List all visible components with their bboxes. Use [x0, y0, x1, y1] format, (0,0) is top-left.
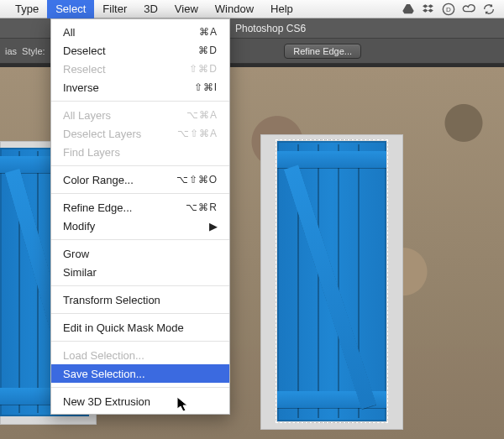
menu-item-shortcut: ⌘A — [199, 26, 218, 38]
menu-item-label: Inverse — [63, 81, 99, 94]
menu-help[interactable]: Help — [262, 0, 302, 18]
menu-type[interactable]: Type — [7, 0, 47, 18]
menu-item-shortcut: ⌘D — [198, 44, 218, 56]
menu-item-label: All Layers — [63, 109, 111, 122]
creative-cloud-icon[interactable] — [462, 3, 475, 16]
menu-item-refine-edge[interactable]: Refine Edge...⌥⌘R — [51, 198, 229, 217]
sync-icon[interactable] — [482, 3, 496, 16]
menu-item-shortcut: ⇧⌘I — [194, 81, 218, 93]
googledrive-icon[interactable] — [402, 3, 415, 16]
menu-item-label: Load Selection... — [63, 349, 144, 362]
select-menu-dropdown: All⌘ADeselect⌘DReselect⇧⌘DInverse⇧⌘IAll … — [50, 18, 230, 415]
menu-item-label: Color Range... — [63, 174, 134, 186]
menu-separator — [51, 239, 229, 240]
menu-separator — [51, 341, 229, 342]
ias-label: ias — [5, 46, 17, 56]
submenu-arrow-icon: ▶ — [209, 220, 218, 233]
style-label: Style: — [22, 46, 45, 56]
menu-3d[interactable]: 3D — [135, 0, 166, 18]
menu-item-all[interactable]: All⌘A — [51, 23, 229, 41]
menu-item-label: Transform Selection — [63, 294, 160, 306]
menu-item-label: Deselect — [63, 44, 106, 57]
menu-item-label: Grow — [63, 248, 89, 260]
menu-separator — [51, 193, 229, 194]
menu-item-shortcut: ⌥⌘R — [186, 201, 218, 213]
menu-view[interactable]: View — [166, 0, 207, 18]
menu-item-new-3d-extrusion[interactable]: New 3D Extrusion — [51, 392, 229, 410]
menu-item-shortcut: ⇧⌘D — [189, 63, 218, 75]
menu-item-load-selection: Load Selection... — [51, 346, 229, 364]
menu-item-inverse[interactable]: Inverse⇧⌘I — [51, 78, 229, 97]
menu-item-label: Find Layers — [63, 146, 120, 159]
menu-separator — [51, 285, 229, 286]
menu-item-grow[interactable]: Grow — [51, 244, 229, 263]
d-letter-icon[interactable]: D — [442, 3, 455, 16]
menu-item-save-selection[interactable]: Save Selection... — [51, 364, 229, 383]
menubar-tray: D — [402, 3, 504, 16]
menu-separator — [51, 165, 229, 166]
menu-separator — [51, 101, 229, 102]
menu-item-similar[interactable]: Similar — [51, 263, 229, 281]
menu-item-all-layers: All Layers⌥⌘A — [51, 106, 229, 124]
menu-item-color-range[interactable]: Color Range...⌥⇧⌘O — [51, 170, 229, 189]
menu-item-label: Edit in Quick Mask Mode — [63, 321, 184, 334]
menu-item-label: Deselect Layers — [63, 128, 141, 140]
menu-item-label: Reselect — [63, 63, 106, 76]
menu-item-deselect-layers: Deselect Layers⌥⇧⌘A — [51, 124, 229, 143]
menu-item-transform-selection[interactable]: Transform Selection — [51, 290, 229, 309]
menu-item-shortcut: ⌥⇧⌘A — [177, 128, 218, 139]
menu-item-label: New 3D Extrusion — [63, 395, 150, 408]
menu-item-reselect: Reselect⇧⌘D — [51, 60, 229, 78]
menu-item-find-layers: Find Layers — [51, 143, 229, 161]
menu-separator — [51, 313, 229, 314]
menu-item-deselect[interactable]: Deselect⌘D — [51, 41, 229, 60]
menu-item-label: Refine Edge... — [63, 201, 132, 214]
menu-item-modify[interactable]: Modify▶ — [51, 217, 229, 235]
menu-filter[interactable]: Filter — [94, 0, 135, 18]
menu-separator — [51, 387, 229, 388]
menu-item-label: Modify — [63, 220, 95, 233]
menu-item-label: Save Selection... — [63, 368, 145, 380]
app-title: Photoshop CS6 — [235, 23, 306, 34]
menu-item-label: All — [63, 26, 75, 39]
menu-window[interactable]: Window — [207, 0, 262, 18]
marquee-selection[interactable] — [276, 139, 388, 423]
menu-item-shortcut: ⌥⌘A — [186, 109, 218, 121]
svg-text:D: D — [446, 6, 451, 13]
menu-item-label: Similar — [63, 266, 97, 279]
menubar: Type Select Filter 3D View Window Help D — [0, 0, 504, 18]
menu-item-shortcut: ⌥⇧⌘O — [176, 174, 218, 186]
dropbox-icon[interactable] — [422, 3, 435, 16]
menu-item-edit-in-quick-mask-mode[interactable]: Edit in Quick Mask Mode — [51, 318, 229, 337]
refine-edge-button[interactable]: Refine Edge... — [284, 44, 361, 59]
menu-select[interactable]: Select — [47, 0, 94, 18]
